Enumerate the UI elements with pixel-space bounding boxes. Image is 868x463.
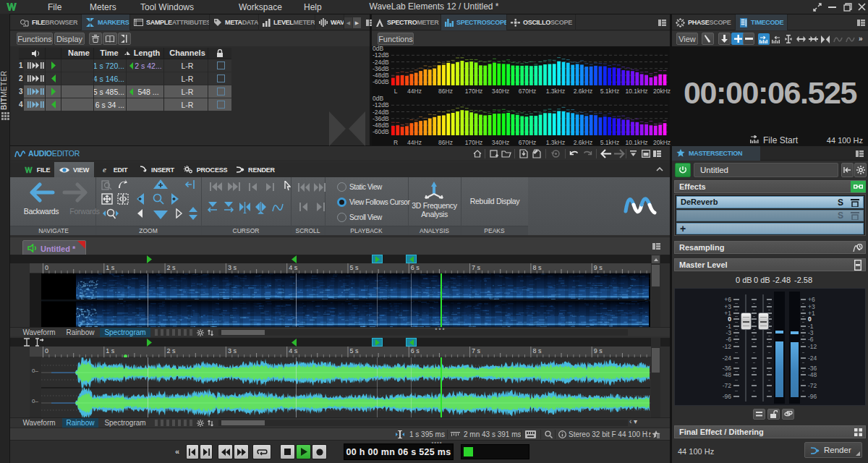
svg-text:7 s: 7 s [472,347,481,354]
svg-text:5 s: 5 s [350,347,359,354]
svg-text:6 s: 6 s [411,347,420,354]
svg-text:2 s: 2 s [167,347,176,354]
svg-text:3 s: 3 s [228,264,237,271]
svg-text:e: e [103,166,106,174]
svg-text:1 s: 1 s [106,347,115,354]
svg-text:4 s: 4 s [289,264,298,271]
svg-text:3 s: 3 s [228,347,237,354]
svg-text:2 s: 2 s [167,264,176,271]
svg-text:9 s: 9 s [594,264,603,271]
svg-text:7 s: 7 s [472,264,481,271]
svg-text:8 s: 8 s [532,347,542,354]
svg-text:4 s: 4 s [289,347,298,354]
svg-text:8 s: 8 s [532,264,542,271]
svg-text:9 s: 9 s [594,347,603,354]
svg-text:1 s: 1 s [106,264,115,271]
svg-text:6 s: 6 s [411,264,420,271]
svg-text:0: 0 [45,264,48,271]
svg-text:5 s: 5 s [350,264,359,271]
svg-text:0: 0 [45,347,48,354]
